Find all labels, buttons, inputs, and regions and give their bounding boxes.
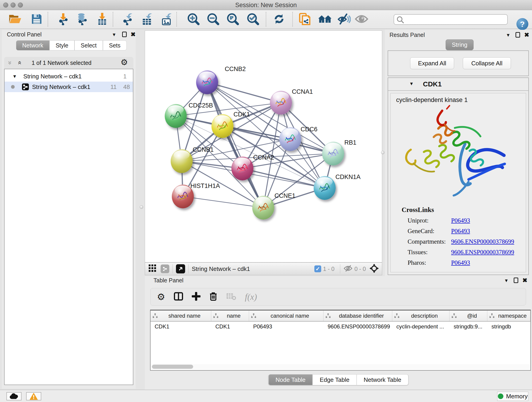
copy-share-icon[interactable] bbox=[298, 13, 311, 26]
network-canvas[interactable]: CCNB2CCNA1CDC25BCDK1CDC6RB1CCNB1CCNA2CDK… bbox=[145, 31, 382, 262]
entry-header[interactable]: ▼ CDK1 bbox=[388, 78, 528, 91]
tab-node-table[interactable]: Node Table bbox=[268, 374, 313, 385]
column-header-name[interactable]: name bbox=[211, 311, 249, 321]
import-database-icon[interactable] bbox=[76, 13, 88, 26]
help-icon[interactable]: ? bbox=[516, 18, 528, 30]
tab-select[interactable]: Select bbox=[75, 40, 103, 51]
network-node-ccnb2[interactable] bbox=[196, 70, 218, 94]
add-column-icon[interactable] bbox=[192, 292, 201, 302]
import-network-icon[interactable] bbox=[57, 13, 70, 26]
table-horizontal-scrollbar[interactable] bbox=[151, 364, 530, 369]
collapse-panel-icon[interactable]: ▼ bbox=[112, 32, 116, 37]
zoom-in-icon[interactable] bbox=[187, 13, 200, 26]
table-cell[interactable]: 9606.ENSP00000378699 bbox=[323, 322, 392, 332]
refresh-icon[interactable] bbox=[273, 13, 285, 26]
open-folder-icon[interactable] bbox=[9, 13, 22, 26]
float-panel-icon[interactable] bbox=[514, 278, 518, 283]
column-header-canonical-name[interactable]: canonical name bbox=[249, 311, 323, 321]
toolbar-separator bbox=[113, 12, 113, 27]
hide-eye-icon[interactable] bbox=[337, 13, 351, 26]
collapse-panel-icon[interactable]: ▼ bbox=[506, 32, 510, 38]
tab-string[interactable]: String bbox=[446, 39, 474, 50]
zoom-fit-icon[interactable] bbox=[226, 13, 239, 26]
import-table-icon[interactable] bbox=[96, 13, 108, 26]
search-field[interactable] bbox=[394, 14, 508, 25]
table-cell[interactable]: CDK1 bbox=[211, 322, 249, 332]
memory-button[interactable]: Memory bbox=[497, 392, 528, 401]
network-node-ccnb1[interactable] bbox=[171, 149, 193, 173]
show-columns-icon[interactable] bbox=[174, 292, 183, 302]
network-edge[interactable] bbox=[242, 168, 325, 188]
zoom-out-icon[interactable] bbox=[207, 13, 220, 26]
network-node-cdc25b[interactable] bbox=[165, 104, 187, 128]
table-cell[interactable]: P06493 bbox=[249, 322, 323, 332]
gear-icon[interactable]: ⚙ bbox=[120, 58, 128, 66]
network-node-cdk1[interactable] bbox=[211, 114, 234, 138]
column-header-namespace[interactable]: namespace bbox=[487, 311, 530, 321]
export-table-icon[interactable] bbox=[141, 13, 153, 26]
collapse-panel-icon[interactable]: ▼ bbox=[504, 278, 509, 283]
export-image-icon[interactable] bbox=[161, 13, 173, 26]
save-icon[interactable] bbox=[31, 13, 42, 26]
network-node-cdc6[interactable] bbox=[279, 127, 301, 151]
crosslink-link[interactable]: P06493 bbox=[451, 259, 470, 266]
column-header-shared-name[interactable]: shared name bbox=[151, 311, 211, 321]
cloud-button[interactable] bbox=[6, 392, 22, 400]
zoom-selected-icon[interactable] bbox=[247, 13, 259, 26]
table-data-row[interactable]: CDK1CDK1P064939606.ENSP00000378699cyclin… bbox=[151, 322, 530, 332]
column-header-description[interactable]: description bbox=[392, 311, 450, 321]
crosslink-link[interactable]: 9606.ENSP00000378699 bbox=[451, 238, 514, 245]
crosslink-label: Uniprot: bbox=[408, 217, 429, 224]
tab-network-table[interactable]: Network Table bbox=[356, 374, 408, 385]
tab-edge-table[interactable]: Edge Table bbox=[313, 374, 357, 385]
network-node-ccna1[interactable] bbox=[270, 91, 292, 115]
network-node-rb1[interactable] bbox=[322, 142, 344, 166]
expand-all-icon[interactable]: » bbox=[16, 61, 23, 65]
network-node-ccna2[interactable] bbox=[231, 157, 253, 180]
expand-all-button[interactable]: Expand All bbox=[410, 57, 454, 69]
network-list-icon[interactable] bbox=[161, 264, 169, 273]
network-node-cdkn1a[interactable] bbox=[314, 176, 336, 200]
network-edge[interactable] bbox=[183, 196, 263, 208]
birds-eye-view-icon[interactable] bbox=[176, 264, 185, 274]
close-panel-icon[interactable]: ✖ bbox=[524, 32, 529, 38]
scrollbar-thumb[interactable] bbox=[152, 365, 193, 369]
disclosure-triangle-icon[interactable]: ▼ bbox=[12, 74, 17, 79]
table-cell[interactable]: CDK1 bbox=[151, 322, 211, 332]
float-panel-icon[interactable] bbox=[515, 32, 520, 38]
collapse-all-button[interactable]: Collapse All bbox=[463, 57, 511, 69]
network-node-ccne1[interactable] bbox=[252, 196, 274, 220]
export-network-icon[interactable] bbox=[121, 13, 133, 26]
crosslink-link[interactable]: P06493 bbox=[451, 228, 470, 235]
tree-row-collection[interactable]: ▼ String Network – cdk1 1 bbox=[5, 71, 133, 82]
tab-style[interactable]: Style bbox=[50, 40, 75, 51]
column-header--id[interactable]: @id bbox=[450, 311, 487, 321]
table-cell[interactable]: cyclin-dependent ... bbox=[392, 322, 450, 332]
table-cell[interactable]: stringdb:9... bbox=[450, 322, 487, 332]
fit-content-icon[interactable] bbox=[370, 264, 379, 274]
table-cell[interactable]: stringdb bbox=[487, 322, 530, 332]
column-header-database-identifier[interactable]: database identifier bbox=[323, 311, 392, 321]
home-network-icon[interactable] bbox=[318, 14, 332, 25]
tree-row-network[interactable]: String Network – cdk1 11 48 bbox=[5, 82, 133, 92]
crosslink-label: Pharos: bbox=[408, 259, 426, 266]
left-splitter-handle[interactable] bbox=[140, 205, 143, 209]
entry-disclosure-icon[interactable]: ▼ bbox=[409, 81, 414, 86]
crosslink-link[interactable]: P06493 bbox=[451, 217, 470, 224]
collapse-all-icon[interactable]: » bbox=[6, 61, 14, 65]
delete-column-icon[interactable] bbox=[209, 292, 217, 302]
search-input[interactable] bbox=[405, 15, 506, 24]
show-eye-icon[interactable] bbox=[355, 14, 368, 25]
node-table[interactable]: shared namenamecanonical namedatabase id… bbox=[150, 310, 531, 370]
grid-view-icon[interactable] bbox=[149, 264, 157, 273]
table-settings-gear-icon[interactable]: ⚙ bbox=[157, 292, 165, 301]
right-splitter-handle[interactable] bbox=[381, 151, 385, 154]
float-panel-icon[interactable] bbox=[122, 32, 127, 37]
tab-network[interactable]: Network bbox=[16, 40, 50, 51]
tab-sets[interactable]: Sets bbox=[103, 40, 127, 51]
selected-checkbox-icon[interactable]: ✓ bbox=[314, 265, 321, 272]
warning-button[interactable] bbox=[26, 392, 41, 400]
close-panel-icon[interactable]: ✖ bbox=[131, 31, 136, 38]
crosslink-link[interactable]: 9606.ENSP00000378699 bbox=[451, 249, 514, 256]
close-panel-icon[interactable]: ✖ bbox=[522, 277, 527, 284]
